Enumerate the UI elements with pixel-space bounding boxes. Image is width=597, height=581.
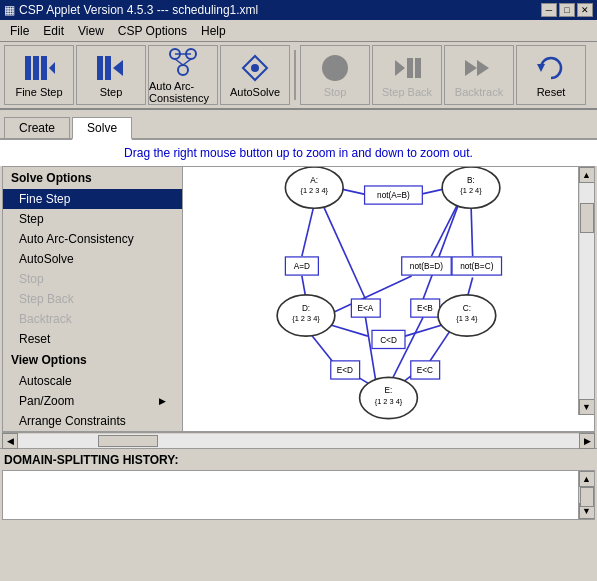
svg-text:E<B: E<B (417, 304, 433, 313)
svg-text:not(B=D): not(B=D) (410, 262, 443, 271)
svg-rect-5 (105, 56, 111, 80)
panel-item-backtrack: Backtrack (3, 309, 182, 329)
fine-step-btn[interactable]: Fine Step (4, 45, 74, 105)
titlebar: ▦ CSP Applet Version 4.5.3 --- schedulin… (0, 0, 597, 20)
statusbar: DOMAIN-SPLITTING HISTORY: (0, 448, 597, 470)
maximize-btn[interactable]: □ (559, 3, 575, 17)
svg-rect-18 (415, 58, 421, 78)
panel-item-autoscale[interactable]: Autoscale (3, 371, 182, 391)
svg-line-34 (405, 324, 446, 336)
history-scrollbar[interactable]: ▲ ▼ (578, 471, 594, 519)
arc-consistency-btn-label: Auto Arc-Consistency (149, 80, 217, 104)
scroll-thumb-y[interactable] (580, 203, 594, 233)
scroll-thumb-x[interactable] (98, 435, 158, 447)
arc-consistency-btn[interactable]: Auto Arc-Consistency (148, 45, 218, 105)
svg-text:E<D: E<D (337, 366, 353, 375)
backtrack-btn-label: Backtrack (455, 86, 503, 98)
fine-step-btn-label: Fine Step (15, 86, 62, 98)
svg-text:E<C: E<C (417, 366, 433, 375)
scroll-right-btn[interactable]: ▶ (579, 433, 595, 449)
tab-solve[interactable]: Solve (72, 117, 132, 140)
stop-btn: Stop (300, 45, 370, 105)
scroll-up-btn[interactable]: ▲ (579, 167, 595, 183)
history-scroll-thumb[interactable] (580, 487, 594, 507)
menu-item-file[interactable]: File (4, 22, 35, 40)
menubar: FileEditViewCSP OptionsHelp (0, 20, 597, 42)
history-scroll-up[interactable]: ▲ (579, 471, 595, 487)
scroll-down-btn[interactable]: ▼ (579, 399, 595, 415)
close-btn[interactable]: ✕ (577, 3, 593, 17)
tabs: CreateSolve (0, 110, 597, 140)
menu-item-csp-options[interactable]: CSP Options (112, 22, 193, 40)
reset-btn[interactable]: Reset (516, 45, 586, 105)
autosolve-btn-label: AutoSolve (230, 86, 280, 98)
svg-line-32 (423, 204, 458, 299)
svg-point-14 (251, 64, 259, 72)
horizontal-scrollbar[interactable]: ◀ ▶ (2, 432, 595, 448)
reset-btn-label: Reset (537, 86, 566, 98)
svg-line-31 (365, 317, 376, 383)
svg-line-24 (302, 204, 314, 256)
app-icon: ▦ (4, 3, 15, 17)
panel-item-autosolve[interactable]: AutoSolve (3, 249, 182, 269)
svg-marker-19 (465, 60, 477, 76)
svg-point-9 (178, 65, 188, 75)
tab-create[interactable]: Create (4, 117, 70, 138)
svg-text:{1 2 4}: {1 2 4} (460, 186, 482, 195)
menu-item-edit[interactable]: Edit (37, 22, 70, 40)
graph-svg: not(A=B) A=D not(B=D) not(B=C) E<A E<B C… (183, 167, 594, 431)
svg-line-26 (431, 202, 458, 256)
history-scroll-track[interactable] (580, 487, 594, 503)
svg-rect-4 (97, 56, 103, 80)
panel-item-step[interactable]: Step (3, 209, 182, 229)
autosolve-btn[interactable]: AutoSolve (220, 45, 290, 105)
menu-item-help[interactable]: Help (195, 22, 232, 40)
svg-text:not(A=B): not(A=B) (377, 191, 410, 200)
minimize-btn[interactable]: ─ (541, 3, 557, 17)
svg-line-35 (327, 324, 368, 336)
svg-text:E:: E: (385, 386, 393, 395)
svg-text:C:: C: (463, 304, 471, 313)
svg-text:{1 3 4}: {1 3 4} (456, 314, 478, 323)
svg-text:B:: B: (467, 176, 475, 185)
svg-text:{1 2 3 4}: {1 2 3 4} (375, 397, 403, 406)
solve-panel: Solve OptionsFine StepStepAuto Arc-Consi… (3, 167, 183, 431)
scroll-left-btn[interactable]: ◀ (2, 433, 18, 449)
step-btn[interactable]: Step (76, 45, 146, 105)
svg-text:not(B=C): not(B=C) (460, 262, 493, 271)
statusbar-label: DOMAIN-SPLITTING HISTORY: (4, 453, 178, 467)
view-options-header: View Options (3, 349, 182, 371)
panel-item-auto-arc-consistency[interactable]: Auto Arc-Consistency (3, 229, 182, 249)
panel-item-fine-step[interactable]: Fine Step (3, 189, 182, 209)
svg-text:A:: A: (310, 176, 318, 185)
titlebar-left: ▦ CSP Applet Version 4.5.3 --- schedulin… (4, 3, 258, 17)
panel-item-pan-zoom[interactable]: Pan/Zoom▶ (3, 391, 182, 411)
content-row: Solve OptionsFine StepStepAuto Arc-Consi… (2, 166, 595, 432)
svg-point-15 (322, 55, 348, 81)
svg-rect-1 (33, 56, 39, 80)
svg-text:E<A: E<A (357, 304, 373, 313)
svg-marker-3 (49, 62, 55, 74)
solve-options-header: Solve Options (3, 167, 182, 189)
panel-item-step-back: Step Back (3, 289, 182, 309)
svg-marker-6 (113, 60, 123, 76)
svg-rect-0 (25, 56, 31, 80)
graph-area[interactable]: not(A=B) A=D not(B=D) not(B=C) E<A E<B C… (183, 167, 594, 431)
svg-line-28 (471, 204, 473, 256)
panel-item-stop: Stop (3, 269, 182, 289)
menu-item-view[interactable]: View (72, 22, 110, 40)
titlebar-title: CSP Applet Version 4.5.3 --- scheduling1… (19, 3, 258, 17)
stop-btn-label: Stop (324, 86, 347, 98)
vertical-scrollbar[interactable]: ▲ ▼ (578, 167, 594, 415)
step-back-btn-label: Step Back (382, 86, 432, 98)
titlebar-controls: ─ □ ✕ (541, 3, 593, 17)
scroll-track-y[interactable] (580, 183, 594, 399)
step-btn-label: Step (100, 86, 123, 98)
svg-text:{1 2 3 4}: {1 2 3 4} (300, 186, 328, 195)
scroll-track-x[interactable] (18, 434, 579, 448)
svg-text:A=D: A=D (294, 262, 310, 271)
svg-marker-16 (395, 60, 405, 76)
panel-item-arrange-constraints[interactable]: Arrange Constraints (3, 411, 182, 431)
panel-item-reset[interactable]: Reset (3, 329, 182, 349)
svg-line-30 (323, 204, 366, 299)
